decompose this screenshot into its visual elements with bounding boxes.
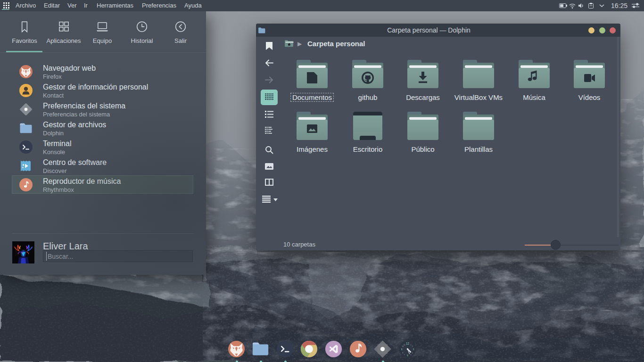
svg-text:12: 12 bbox=[406, 342, 410, 345]
svg-text:3: 3 bbox=[413, 348, 414, 351]
svg-text:9: 9 bbox=[401, 348, 403, 351]
svg-text:7: 7 bbox=[404, 354, 405, 356]
svg-text:2: 2 bbox=[412, 346, 413, 347]
svg-text:6: 6 bbox=[407, 354, 408, 357]
svg-text:10: 10 bbox=[402, 346, 404, 347]
svg-text:5: 5 bbox=[410, 354, 411, 356]
svg-text:8: 8 bbox=[402, 352, 403, 354]
svg-text:1: 1 bbox=[410, 344, 411, 346]
svg-text:4: 4 bbox=[412, 352, 413, 354]
